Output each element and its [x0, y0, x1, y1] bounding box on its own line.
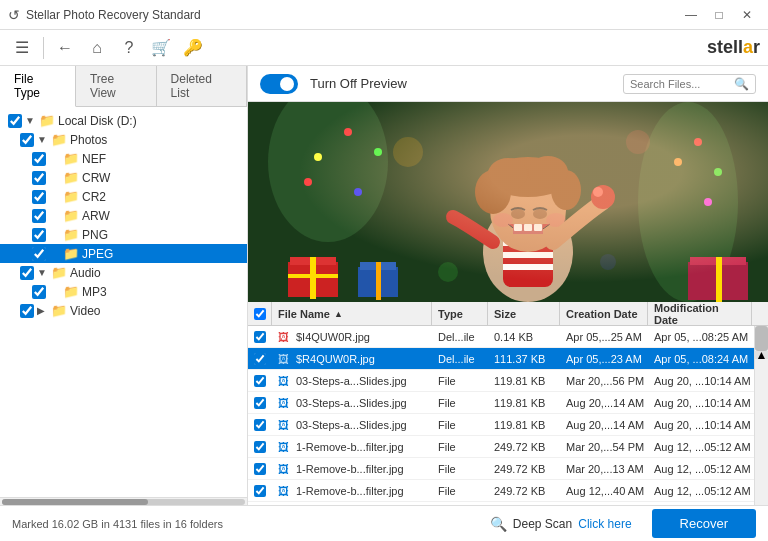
app-icon: ↺ [8, 7, 20, 23]
row-checkbox[interactable] [254, 419, 266, 431]
file-row[interactable]: 🖼 1-Remove-b...filter.jpg File 249.72 KB… [248, 458, 754, 480]
tree-item-cr2[interactable]: 📁 CR2 [0, 187, 247, 206]
maximize-button[interactable]: □ [706, 5, 732, 25]
file-row[interactable]: 🖼 1.jpg File 257.69 KB Mar 20,...57 PM A… [248, 502, 754, 505]
row-checkbox-col[interactable] [248, 370, 272, 391]
tree-label-nef: NEF [82, 152, 106, 166]
row-checkbox[interactable] [254, 485, 266, 497]
scroll-arrow-up[interactable]: ▲ [755, 351, 768, 359]
tree-item-arw[interactable]: 📁 ARW [0, 206, 247, 225]
tree-checkbox-mp3[interactable] [32, 285, 46, 299]
svg-rect-13 [290, 257, 336, 265]
col-header-modified[interactable]: Modification Date [648, 302, 752, 325]
preview-toggle[interactable] [260, 74, 298, 94]
row-checkbox-col[interactable] [248, 392, 272, 413]
tree-item-photos[interactable]: ▼ 📁 Photos [0, 130, 247, 149]
tree-item-nef[interactable]: 📁 NEF [0, 149, 247, 168]
tree-item-local-disk[interactable]: ▼ 📁 Local Disk (D:) [0, 111, 247, 130]
search-input[interactable] [630, 78, 730, 90]
svg-rect-38 [534, 224, 542, 231]
svg-point-44 [626, 130, 650, 154]
col-header-name[interactable]: File Name ▲ [272, 302, 432, 325]
tree-checkbox-cr2[interactable] [32, 190, 46, 204]
tree-checkbox-png[interactable] [32, 228, 46, 242]
row-checkbox[interactable] [254, 331, 266, 343]
tree-item-png[interactable]: 📁 PNG [0, 225, 247, 244]
row-checkbox-col[interactable] [248, 502, 272, 505]
tab-deleted-list[interactable]: Deleted List [157, 66, 247, 106]
recover-button[interactable]: Recover [652, 509, 756, 538]
file-row[interactable]: 🖼 1-Remove-b...filter.jpg File 249.72 KB… [248, 436, 754, 458]
row-modified: Aug 12, ...05:12 AM [648, 436, 752, 457]
svg-point-11 [704, 198, 712, 206]
tab-file-type[interactable]: File Type [0, 66, 76, 107]
row-checkbox[interactable] [254, 375, 266, 387]
row-checkbox-col[interactable] [248, 326, 272, 347]
back-button[interactable]: ← [51, 34, 79, 62]
row-checkbox-col[interactable] [248, 480, 272, 501]
file-icon: 🖼 [278, 353, 289, 365]
tree-item-jpeg[interactable]: 📁 JPEG [0, 244, 247, 263]
row-checkbox[interactable] [254, 353, 266, 365]
row-checkbox-col[interactable] [248, 458, 272, 479]
row-size: 249.72 KB [488, 436, 560, 457]
row-size: 249.72 KB [488, 480, 560, 501]
window-controls: — □ ✕ [678, 5, 760, 25]
tree-checkbox-local-disk[interactable] [8, 114, 22, 128]
col-header-check[interactable] [248, 302, 272, 325]
search-box[interactable]: 🔍 [623, 74, 756, 94]
select-all-checkbox[interactable] [254, 308, 266, 320]
tree-label-local-disk: Local Disk (D:) [58, 114, 137, 128]
svg-point-40 [546, 213, 566, 227]
file-row[interactable]: 🖼 03-Steps-a...Slides.jpg File 119.81 KB… [248, 414, 754, 436]
tree-checkbox-arw[interactable] [32, 209, 46, 223]
col-header-type[interactable]: Type [432, 302, 488, 325]
col-header-created[interactable]: Creation Date [560, 302, 648, 325]
deep-scan-link[interactable]: Click here [578, 517, 631, 531]
minimize-button[interactable]: — [678, 5, 704, 25]
svg-point-29 [475, 170, 511, 214]
file-row[interactable]: 🖼 $I4QUW0R.jpg Del...ile 0.14 KB Apr 05,… [248, 326, 754, 348]
tree-item-video[interactable]: ▶ 📁 Video [0, 301, 247, 320]
file-row[interactable]: 🖼 $R4QUW0R.jpg Del...ile 111.37 KB Apr 0… [248, 348, 754, 370]
tree-checkbox-nef[interactable] [32, 152, 46, 166]
row-name: 🖼 1-Remove-b...filter.jpg [272, 458, 432, 479]
home-button[interactable]: ⌂ [83, 34, 111, 62]
tree-item-crw[interactable]: 📁 CRW [0, 168, 247, 187]
cart-button[interactable]: 🛒 [147, 34, 175, 62]
file-list[interactable]: 🖼 $I4QUW0R.jpg Del...ile 0.14 KB Apr 05,… [248, 326, 754, 505]
file-icon: 🖼 [278, 463, 289, 475]
help-button[interactable]: ? [115, 34, 143, 62]
tree-item-audio[interactable]: ▼ 📁 Audio [0, 263, 247, 282]
file-type-tree[interactable]: ▼ 📁 Local Disk (D:) ▼ 📁 Photos 📁 NEF [0, 107, 247, 497]
svg-point-5 [314, 153, 322, 161]
row-checkbox[interactable] [254, 463, 266, 475]
row-name: 🖼 03-Steps-a...Slides.jpg [272, 414, 432, 435]
row-checkbox[interactable] [254, 397, 266, 409]
file-list-body: 🖼 $I4QUW0R.jpg Del...ile 0.14 KB Apr 05,… [248, 326, 768, 505]
tree-label-png: PNG [82, 228, 108, 242]
file-row[interactable]: 🖼 03-Steps-a...Slides.jpg File 119.81 KB… [248, 370, 754, 392]
row-checkbox-col[interactable] [248, 414, 272, 435]
file-list-scrollbar[interactable]: ▲ [754, 326, 768, 505]
menu-button[interactable]: ☰ [8, 34, 36, 62]
row-checkbox[interactable] [254, 441, 266, 453]
row-checkbox-col[interactable] [248, 348, 272, 369]
tree-checkbox-photos[interactable] [20, 133, 34, 147]
file-row[interactable]: 🖼 1-Remove-b...filter.jpg File 249.72 KB… [248, 480, 754, 502]
tree-checkbox-crw[interactable] [32, 171, 46, 185]
close-button[interactable]: ✕ [734, 5, 760, 25]
scan-icon: 🔍 [490, 516, 507, 532]
col-header-size[interactable]: Size [488, 302, 560, 325]
file-row[interactable]: 🖼 03-Steps-a...Slides.jpg File 119.81 KB… [248, 392, 754, 414]
tree-checkbox-video[interactable] [20, 304, 34, 318]
tree-scrollbar[interactable] [0, 497, 247, 505]
tree-item-mp3[interactable]: 📁 MP3 [0, 282, 247, 301]
svg-point-3 [344, 128, 352, 136]
file-list-header: File Name ▲ Type Size Creation Date Modi… [248, 302, 768, 326]
row-checkbox-col[interactable] [248, 436, 272, 457]
tree-checkbox-jpeg[interactable] [32, 247, 46, 261]
key-button[interactable]: 🔑 [179, 34, 207, 62]
tree-checkbox-audio[interactable] [20, 266, 34, 280]
tab-tree-view[interactable]: Tree View [76, 66, 157, 106]
